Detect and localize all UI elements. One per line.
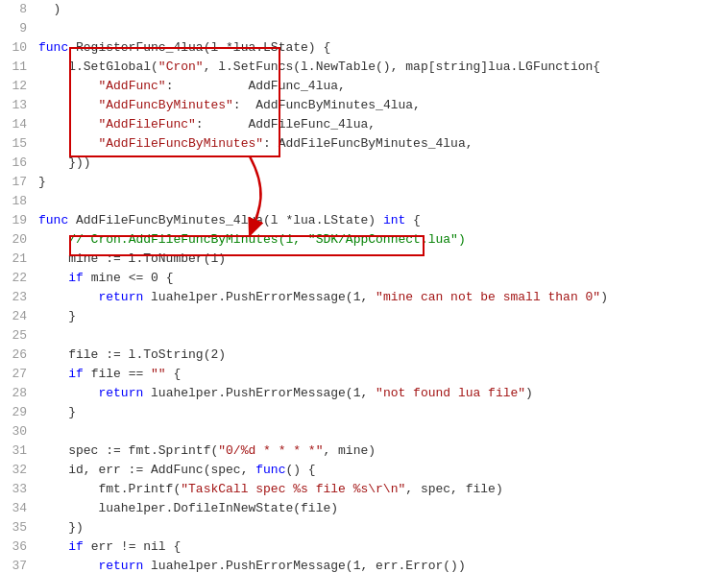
line-content: } — [38, 403, 728, 422]
line-number: 33 — [0, 480, 38, 499]
line-number: 37 — [0, 557, 38, 573]
line-number: 9 — [0, 19, 38, 38]
line-number: 25 — [0, 326, 38, 346]
line-content: if mine <= 0 { — [38, 269, 728, 288]
code-line: 20 // Cron.AddFileFuncByMinutes(1, "SDK/… — [0, 230, 728, 250]
line-number: 10 — [0, 38, 38, 58]
code-line: 32 id, err := AddFunc(spec, func() { — [0, 461, 728, 480]
code-token: int — [383, 213, 405, 227]
line-content: l.SetGlobal("Cron", l.SetFuncs(l.NewTabl… — [38, 58, 728, 77]
code-line: 22 if mine <= 0 { — [0, 269, 728, 288]
code-token: "AddFuncByMinutes" — [98, 98, 232, 112]
code-token: return — [98, 290, 143, 304]
line-content: mine := l.ToNumber(1) — [38, 250, 728, 269]
code-line: 17} — [0, 173, 728, 192]
line-number: 28 — [0, 384, 38, 403]
line-content: ) — [38, 0, 728, 19]
line-number: 22 — [0, 269, 38, 288]
code-line: 30 — [0, 422, 728, 442]
line-number: 34 — [0, 499, 38, 518]
line-number: 11 — [0, 58, 38, 77]
code-token: if — [68, 367, 84, 381]
code-line: 26 file := l.ToString(2) — [0, 346, 728, 365]
line-content: file := l.ToString(2) — [38, 346, 728, 365]
line-content: }) — [38, 518, 728, 537]
line-number: 19 — [0, 211, 38, 230]
line-content: luahelper.DofileInNewState(file) — [38, 499, 728, 518]
line-number: 30 — [0, 422, 38, 442]
code-token: if — [68, 539, 84, 554]
code-line: 18 — [0, 192, 728, 211]
line-number: 16 — [0, 154, 38, 173]
line-number: 13 — [0, 96, 38, 115]
code-line: 28 return luahelper.PushErrorMessage(1, … — [0, 384, 728, 403]
code-container: 8 )910func RegisterFunc_4lua(l *lua.LSta… — [0, 0, 728, 573]
line-number: 18 — [0, 192, 38, 211]
code-line: 36 if err != nil { — [0, 537, 728, 557]
code-token: func — [38, 213, 76, 227]
line-number: 21 — [0, 250, 38, 269]
code-line: 11 l.SetGlobal("Cron", l.SetFuncs(l.NewT… — [0, 58, 728, 77]
code-token: "" — [151, 367, 166, 381]
line-content: // Cron.AddFileFuncByMinutes(1, "SDK/App… — [38, 230, 728, 250]
code-token: if — [68, 271, 84, 285]
line-content: "AddFuncByMinutes": AddFuncByMinutes_4lu… — [38, 96, 728, 115]
line-number: 15 — [0, 134, 38, 154]
code-token: AddFileFuncByMinutes_4lua — [76, 213, 263, 227]
code-token: "AddFileFuncByMinutes" — [98, 136, 263, 151]
code-token: return — [98, 559, 143, 573]
line-number: 36 — [0, 537, 38, 557]
code-line: 15 "AddFileFuncByMinutes": AddFileFuncBy… — [0, 134, 728, 154]
line-content: "AddFileFunc": AddFileFunc_4lua, — [38, 115, 728, 134]
line-number: 23 — [0, 288, 38, 307]
code-line: 19func AddFileFuncByMinutes_4lua(l *lua.… — [0, 211, 728, 230]
code-line: 25 — [0, 326, 728, 346]
code-line: 14 "AddFileFunc": AddFileFunc_4lua, — [0, 115, 728, 134]
line-content: "AddFileFuncByMinutes": AddFileFuncByMin… — [38, 134, 728, 154]
line-content: } — [38, 173, 728, 192]
line-number: 20 — [0, 230, 38, 250]
line-content: id, err := AddFunc(spec, func() { — [38, 461, 728, 480]
code-line: 9 — [0, 19, 728, 38]
code-token: RegisterFunc_4lua — [76, 40, 204, 55]
code-token: "AddFileFunc" — [98, 117, 195, 131]
code-token: "mine can not be small than 0" — [376, 290, 600, 304]
line-number: 29 — [0, 403, 38, 422]
line-content: } — [38, 307, 728, 326]
line-number: 35 — [0, 518, 38, 537]
code-line: 27 if file == "" { — [0, 365, 728, 384]
line-number: 27 — [0, 365, 38, 384]
code-token: func — [38, 40, 76, 55]
line-content: "AddFunc": AddFunc_4lua, — [38, 77, 728, 96]
code-line: 34 luahelper.DofileInNewState(file) — [0, 499, 728, 518]
line-number: 26 — [0, 346, 38, 365]
code-line: 33 fmt.Printf("TaskCall spec %s file %s\… — [0, 480, 728, 499]
line-number: 31 — [0, 442, 38, 461]
line-number: 14 — [0, 115, 38, 134]
line-content: })) — [38, 154, 728, 173]
line-number: 12 — [0, 77, 38, 96]
code-token: // Cron.AddFileFuncByMinutes(1, "SDK/App… — [68, 232, 465, 247]
line-content: spec := fmt.Sprintf("0/%d * * * *", mine… — [38, 442, 728, 461]
code-line: 16 })) — [0, 154, 728, 173]
line-content: fmt.Printf("TaskCall spec %s file %s\r\n… — [38, 480, 728, 499]
code-line: 21 mine := l.ToNumber(1) — [0, 250, 728, 269]
code-line: 8 ) — [0, 0, 728, 19]
line-content: return luahelper.PushErrorMessage(1, "no… — [38, 384, 728, 403]
code-token: "TaskCall spec %s file %s\r\n" — [181, 482, 405, 496]
code-line: 29 } — [0, 403, 728, 422]
line-number: 8 — [0, 0, 38, 19]
line-content: func RegisterFunc_4lua(l *lua.LState) { — [38, 38, 728, 58]
line-content: if err != nil { — [38, 537, 728, 557]
code-token: func — [255, 463, 285, 477]
code-token: "0/%d * * * *" — [218, 443, 323, 458]
code-line: 35 }) — [0, 518, 728, 537]
line-content: if file == "" { — [38, 365, 728, 384]
code-line: 10func RegisterFunc_4lua(l *lua.LState) … — [0, 38, 728, 58]
code-token: return — [98, 386, 143, 400]
line-content: return luahelper.PushErrorMessage(1, "mi… — [38, 288, 728, 307]
code-line: 23 return luahelper.PushErrorMessage(1, … — [0, 288, 728, 307]
line-number: 32 — [0, 461, 38, 480]
line-content: func AddFileFuncByMinutes_4lua(l *lua.LS… — [38, 211, 728, 230]
line-number: 24 — [0, 307, 38, 326]
